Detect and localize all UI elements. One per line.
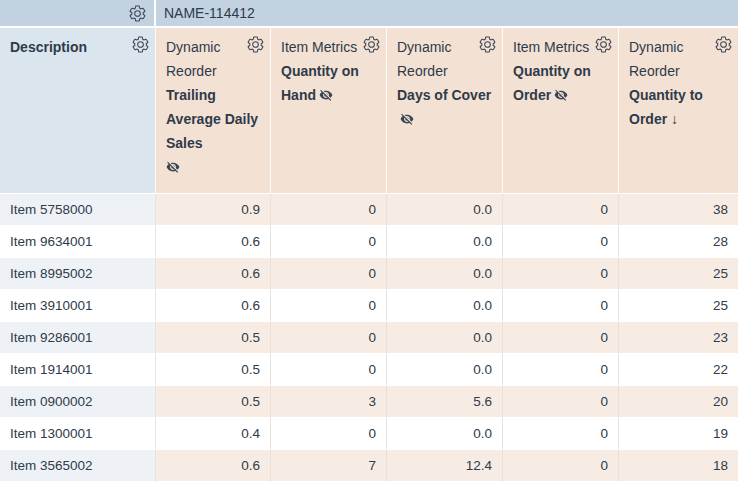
column-header-quantity-on-order[interactable]: Item Metrics Quantity on Order — [503, 28, 619, 194]
row-value-cell[interactable]: 22 — [619, 354, 738, 386]
row-value-cell[interactable]: 25 — [619, 258, 738, 290]
row-value-cell[interactable]: 0 — [503, 194, 619, 226]
row-value-cell[interactable]: 0 — [271, 322, 387, 354]
column-label: Days of Cover — [397, 83, 494, 131]
row-value-cell[interactable]: 0 — [503, 258, 619, 290]
row-value-cell[interactable]: 0.5 — [156, 354, 271, 386]
row-value-cell[interactable]: 0.0 — [387, 258, 503, 290]
row-value-cell[interactable]: 0.0 — [387, 322, 503, 354]
inventory-table: NAME-114412 Description Dynamic Reorder … — [0, 0, 738, 482]
column-label: Quantity on Hand — [281, 59, 378, 107]
row-value-cell[interactable]: 3 — [271, 386, 387, 418]
row-value-cell[interactable]: 0 — [503, 226, 619, 258]
row-value-cell[interactable]: 0.0 — [387, 226, 503, 258]
row-value-cell[interactable]: 0 — [271, 354, 387, 386]
column-header-description[interactable]: Description — [0, 28, 156, 194]
row-value-cell[interactable]: 0.0 — [387, 418, 503, 450]
row-value-cell[interactable]: 28 — [619, 226, 738, 258]
column-label: Quantity on Order — [513, 59, 610, 107]
column-header-quantity-to-order[interactable]: Dynamic Reorder Quantity to Order ↓ — [619, 28, 738, 194]
row-value-cell[interactable]: 0 — [503, 290, 619, 322]
row-value-cell[interactable]: 0 — [271, 226, 387, 258]
group-name-label: NAME-114412 — [164, 5, 255, 21]
row-value-cell[interactable]: 0 — [503, 354, 619, 386]
row-value-cell[interactable]: 0.0 — [387, 354, 503, 386]
row-value-cell[interactable]: 0.0 — [387, 194, 503, 226]
column-header-trailing-average-daily-sales[interactable]: Dynamic Reorder Trailing Average Daily S… — [156, 28, 271, 194]
row-value-cell[interactable]: 38 — [619, 194, 738, 226]
row-description-cell[interactable]: Item 9634001 — [0, 226, 156, 258]
row-value-cell[interactable]: 0 — [503, 386, 619, 418]
row-value-cell[interactable]: 19 — [619, 418, 738, 450]
row-description-cell[interactable]: Item 0900002 — [0, 386, 156, 418]
row-value-cell[interactable]: 25 — [619, 290, 738, 322]
row-value-cell[interactable]: 0.6 — [156, 258, 271, 290]
row-description-cell[interactable]: Item 9286001 — [0, 322, 156, 354]
row-value-cell[interactable]: 0.6 — [156, 290, 271, 322]
row-value-cell[interactable]: 20 — [619, 386, 738, 418]
row-value-cell[interactable]: 23 — [619, 322, 738, 354]
row-description-cell[interactable]: Item 5758000 — [0, 194, 156, 226]
row-value-cell[interactable]: 0 — [503, 450, 619, 482]
row-value-cell[interactable]: 12.4 — [387, 450, 503, 482]
row-description-cell[interactable]: Item 8995002 — [0, 258, 156, 290]
row-value-cell[interactable]: 0 — [271, 258, 387, 290]
row-value-cell[interactable]: 0.9 — [156, 194, 271, 226]
row-value-cell[interactable]: 0.0 — [387, 290, 503, 322]
row-value-cell[interactable]: 0.4 — [156, 418, 271, 450]
row-description-cell[interactable]: Item 3910001 — [0, 290, 156, 322]
row-value-cell[interactable]: 0.5 — [156, 386, 271, 418]
sort-descending-icon[interactable]: ↓ — [671, 111, 678, 127]
row-value-cell[interactable]: 18 — [619, 450, 738, 482]
column-header-quantity-on-hand[interactable]: Item Metrics Quantity on Hand — [271, 28, 387, 194]
row-value-cell[interactable]: 0.6 — [156, 226, 271, 258]
row-value-cell[interactable]: 0 — [271, 290, 387, 322]
row-description-cell[interactable]: Item 1914001 — [0, 354, 156, 386]
name-group-header[interactable]: NAME-114412 — [156, 0, 738, 28]
row-value-cell[interactable]: 5.6 — [387, 386, 503, 418]
row-description-cell[interactable]: Item 1300001 — [0, 418, 156, 450]
row-value-cell[interactable]: 0 — [271, 418, 387, 450]
row-value-cell[interactable]: 0 — [503, 322, 619, 354]
row-value-cell[interactable]: 0.6 — [156, 450, 271, 482]
column-header-days-of-cover[interactable]: Dynamic Reorder Days of Cover — [387, 28, 503, 194]
description-group-header[interactable] — [0, 0, 156, 28]
row-value-cell[interactable]: 7 — [271, 450, 387, 482]
column-label: Description — [10, 39, 87, 55]
column-label: Quantity to Order ↓ — [629, 83, 730, 131]
row-description-cell[interactable]: Item 3565002 — [0, 450, 156, 482]
row-value-cell[interactable]: 0 — [271, 194, 387, 226]
column-label: Trailing Average Daily Sales — [166, 83, 262, 174]
row-value-cell[interactable]: 0 — [503, 418, 619, 450]
row-value-cell[interactable]: 0.5 — [156, 322, 271, 354]
